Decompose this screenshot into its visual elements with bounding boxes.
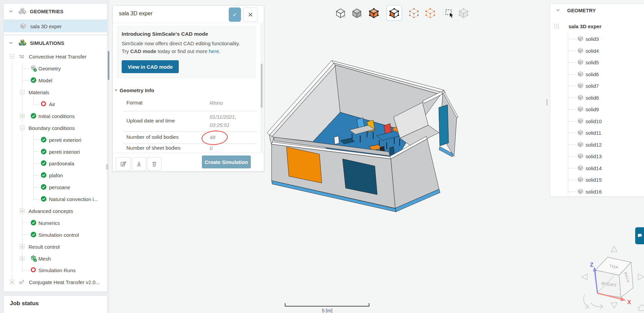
trash-icon[interactable] (147, 157, 161, 170)
expand-expander[interactable]: + (10, 280, 14, 284)
viewport-scrollbar[interactable] (546, 99, 547, 105)
download-icon[interactable] (132, 157, 146, 170)
expand-expander[interactable]: + (20, 256, 24, 261)
tree-item-solid9[interactable]: solid9 (550, 103, 644, 115)
tree-item-initial-conditions[interactable]: +Initial conditions (4, 110, 107, 122)
job-status-title: Job status (10, 300, 39, 307)
tree-item-label: Result control (29, 244, 60, 249)
geometry-tree-header[interactable]: GEOMETRY (550, 4, 644, 17)
tree-item-mesh[interactable]: +Mesh (4, 252, 107, 264)
tree-item-boundary-conditions[interactable]: −Boundary conditions (4, 122, 107, 134)
select-volumes-button[interactable] (366, 5, 382, 21)
tree-item-advanced-concepts[interactable]: +Advanced concepts (4, 205, 107, 217)
edit-icon[interactable] (116, 157, 131, 170)
select-vertices-button[interactable] (422, 5, 438, 21)
navigation-cube[interactable]: TOP RIGHT BACK Z Y X (574, 238, 644, 313)
collapse-expander[interactable]: − (20, 126, 24, 130)
expand-expander[interactable]: + (20, 114, 24, 118)
tree-item-label: Model (38, 78, 52, 83)
tree-item-conjugate-heat-transfer-v2-0[interactable]: +Conjugate Heat Transfer v2.0... (4, 276, 107, 288)
tree-item-numerics[interactable]: Numerics (4, 217, 107, 229)
geometry-item-sala-3d-exper[interactable]: sala 3D exper (4, 20, 107, 32)
tree-item-solid10[interactable]: solid10 (550, 115, 644, 127)
tree-item-simulation-control[interactable]: Simulation control (4, 229, 107, 241)
create-simulation-button[interactable]: Create Simulation (202, 155, 251, 168)
sidebar-scrollbar[interactable] (108, 51, 109, 80)
tree-item-solid12[interactable]: solid12 (550, 139, 644, 151)
geometries-header[interactable]: GEOMETRIES (4, 4, 107, 20)
collapse-expander[interactable]: − (554, 24, 559, 29)
banner-line2: Try CAD mode today or find out more here… (122, 48, 220, 54)
select-edges-button[interactable] (406, 5, 422, 21)
view-in-cad-mode-button[interactable]: View in CAD mode (122, 60, 179, 73)
cube-gray-icon (577, 118, 584, 125)
chevron-down-icon[interactable] (556, 8, 560, 13)
close-icon[interactable]: ✕ (243, 7, 258, 22)
tree-item-pereti-interiori[interactable]: pereti interiori (4, 146, 107, 158)
solid-label: solid11 (586, 130, 601, 136)
chevron-down-icon[interactable] (9, 40, 13, 46)
tree-item-solid13[interactable]: solid13 (550, 150, 644, 162)
nav-home-icon (638, 304, 644, 311)
tree-item-sala-3d-exper[interactable]: − sala 3D exper (550, 20, 644, 32)
geometries-card: GEOMETRIES sala 3D exper (3, 3, 107, 35)
panel-resize-handle[interactable] (106, 164, 109, 171)
tree-item-geometry[interactable]: Geometry (4, 63, 107, 75)
geometry-info-header[interactable]: ▼ Geometry Info (120, 87, 154, 93)
box-select-button[interactable] (441, 5, 457, 21)
geometry-cube-check-icon (30, 65, 37, 72)
check-circle-icon (40, 196, 47, 202)
view-shaded-cube-button[interactable] (349, 5, 365, 21)
select-faces-button[interactable] (386, 5, 402, 21)
nav-up-arrow (611, 246, 617, 252)
solid-label: solid3 (586, 36, 599, 42)
viewport-3d-model[interactable] (258, 54, 469, 218)
tree-item-solid15[interactable]: solid15 (550, 174, 644, 186)
geometry-item-label: sala 3D exper (30, 23, 62, 29)
simulations-header[interactable]: SIMULATIONS (4, 35, 107, 51)
check-circle-icon (40, 172, 47, 179)
tree-item-solid4[interactable]: solid4 (550, 45, 644, 57)
cube-gray-icon (577, 129, 584, 136)
job-status-card[interactable]: Job status (3, 295, 107, 313)
tree-item-pardoseala[interactable]: pardoseala (4, 158, 107, 169)
tree-item-label: pardoseala (49, 161, 74, 166)
cube-gray-icon (577, 188, 584, 195)
tree-item-label: Boundary conditions (29, 125, 75, 131)
simulations-card: SIMULATIONS −Convective Heat TransferGeo… (3, 35, 107, 292)
here-link[interactable]: here (209, 48, 219, 54)
tree-item-solid6[interactable]: solid6 (550, 68, 644, 80)
tree-item-model[interactable]: Model (4, 75, 107, 86)
expand-expander[interactable]: + (20, 244, 24, 249)
tree-item-solid16[interactable]: solid16 (550, 186, 644, 197)
solid-label: solid16 (586, 188, 602, 194)
tree-item-solid11[interactable]: solid11 (550, 127, 644, 139)
tree-item-air[interactable]: Air (4, 98, 107, 110)
chevron-down-icon[interactable]: ▼ (114, 88, 118, 92)
solid-label: solid9 (586, 106, 599, 112)
tree-item-simulation-runs[interactable]: Simulation Runs (4, 264, 107, 276)
tree-item-plafon[interactable]: plafon (4, 169, 107, 181)
tree-item-result-control[interactable]: +Result control (4, 241, 107, 252)
tree-item-solid14[interactable]: solid14 (550, 162, 644, 174)
tree-item-materials[interactable]: −Materials (4, 86, 107, 98)
tree-item-solid5[interactable]: solid5 (550, 56, 644, 68)
tree-item-solid7[interactable]: solid7 (550, 80, 644, 92)
tree-item-label: Convective Heat Transfer (29, 54, 86, 60)
view-wireframe-cube-button[interactable] (333, 5, 348, 21)
collapse-expander[interactable]: − (20, 90, 24, 95)
panel-scrollbar-thumb[interactable] (261, 64, 263, 108)
expand-expander[interactable]: + (20, 209, 24, 213)
tree-item-persoane[interactable]: persoane (4, 181, 107, 193)
conjugate-heat-icon (18, 279, 25, 285)
collapse-expander[interactable]: − (10, 54, 14, 59)
tree-item-solid3[interactable]: solid3 (550, 33, 644, 45)
tree-item-convective-heat-transfer[interactable]: −Convective Heat Transfer (4, 51, 107, 63)
tree-item-pereti-exteriori[interactable]: pereti exteriori (4, 134, 107, 146)
tree-item-solid8[interactable]: solid8 (550, 92, 644, 104)
geometry-info-row-number-of-solid-bodies: Number of solid bodies48 (123, 131, 257, 144)
check-icon[interactable]: ✓ (229, 7, 241, 22)
check-circle-icon (40, 136, 47, 143)
tree-item-natural-convection-i[interactable]: Natural convection i... (4, 193, 107, 205)
chevron-down-icon[interactable] (9, 9, 13, 14)
